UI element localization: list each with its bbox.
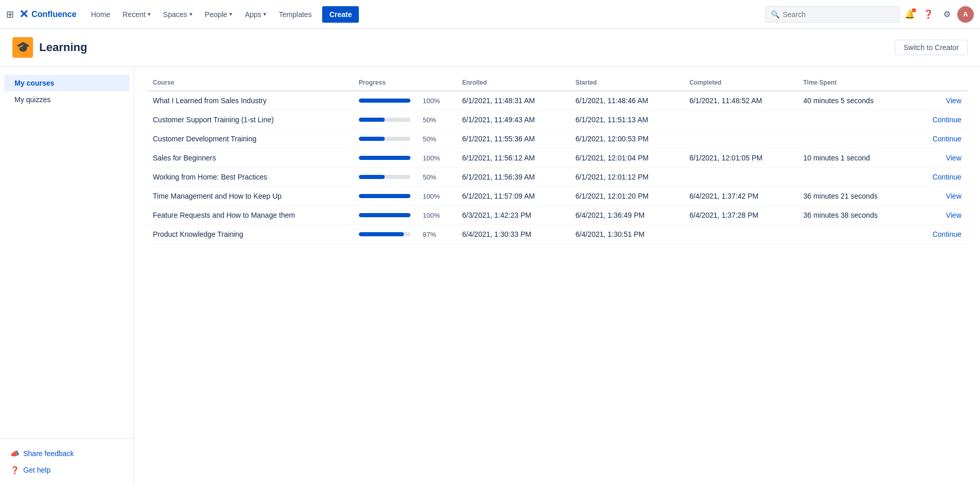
nav-people[interactable]: People ▾ <box>199 0 239 29</box>
continue-link[interactable]: Continue <box>932 230 961 238</box>
cell-progress-pct: 50% <box>417 110 456 129</box>
cell-progress-bar <box>353 187 417 206</box>
table-row: Working from Home: Best Practices50%6/1/… <box>147 168 968 187</box>
page-header-left: 🎓 Learning <box>12 37 87 58</box>
sidebar-nav: My courses My quizzes <box>0 75 134 439</box>
cell-enrolled: 6/1/2021, 11:55:36 AM <box>456 129 570 149</box>
cell-progress-pct: 100% <box>417 91 456 110</box>
cell-started: 6/1/2021, 12:01:12 PM <box>570 168 684 187</box>
logo-text: Confluence <box>31 10 76 19</box>
notifications-button[interactable]: 🔔 <box>902 6 918 23</box>
cell-enrolled: 6/1/2021, 11:49:43 AM <box>456 110 570 129</box>
cell-course: Feature Requests and How to Manage them <box>147 206 353 225</box>
logo[interactable]: ✕ Confluence <box>19 8 76 21</box>
cell-progress-bar <box>353 206 417 225</box>
table-row: Sales for Beginners100%6/1/2021, 11:56:1… <box>147 149 968 168</box>
question-circle-icon: ❓ <box>10 466 19 474</box>
continue-link[interactable]: Continue <box>932 135 961 143</box>
cell-started: 6/4/2021, 1:36:49 PM <box>570 206 684 225</box>
main-content: Course Progress Enrolled Started Complet… <box>134 67 980 486</box>
cell-progress-bar <box>353 129 417 149</box>
cell-action[interactable]: Continue <box>912 168 968 187</box>
spaces-chevron-icon: ▾ <box>189 11 193 18</box>
cell-started: 6/1/2021, 11:51:13 AM <box>570 110 684 129</box>
topnav: ⊞ ✕ Confluence Home Recent ▾ Spaces ▾ Pe… <box>0 0 980 29</box>
table-row: Time Management and How to Keep Up100%6/… <box>147 187 968 206</box>
cell-action[interactable]: View <box>912 149 968 168</box>
cell-time-spent <box>797 129 913 149</box>
cell-started: 6/1/2021, 11:48:46 AM <box>570 91 684 110</box>
col-completed: Completed <box>683 75 797 91</box>
share-feedback-link[interactable]: 📣 Share feedback <box>0 445 134 462</box>
cell-course: Product Knowledge Training <box>147 225 353 244</box>
cell-started: 6/1/2021, 12:01:20 PM <box>570 187 684 206</box>
continue-link[interactable]: Continue <box>932 173 961 181</box>
search-bar[interactable]: 🔍 <box>765 6 899 23</box>
view-link[interactable]: View <box>946 192 961 200</box>
view-link[interactable]: View <box>946 211 961 219</box>
cell-progress-bar <box>353 91 417 110</box>
cell-action[interactable]: Continue <box>912 225 968 244</box>
cell-progress-pct: 100% <box>417 206 456 225</box>
recent-chevron-icon: ▾ <box>148 11 151 18</box>
cell-enrolled: 6/1/2021, 11:57:09 AM <box>456 187 570 206</box>
learning-icon: 🎓 <box>12 37 33 58</box>
cell-action[interactable]: View <box>912 187 968 206</box>
table-header: Course Progress Enrolled Started Complet… <box>147 75 968 91</box>
cell-started: 6/4/2021, 1:30:51 PM <box>570 225 684 244</box>
cell-course: Working from Home: Best Practices <box>147 168 353 187</box>
sidebar-item-my-courses[interactable]: My courses <box>4 75 130 91</box>
settings-button[interactable]: ⚙ <box>939 6 955 23</box>
cell-time-spent: 10 minutes 1 second <box>797 149 913 168</box>
nav-recent[interactable]: Recent ▾ <box>116 0 156 29</box>
nav-home[interactable]: Home <box>85 0 116 29</box>
courses-table: Course Progress Enrolled Started Complet… <box>147 75 968 244</box>
cell-progress-pct: 50% <box>417 168 456 187</box>
cell-time-spent <box>797 168 913 187</box>
courses-tbody: What I Learned from Sales Industry100%6/… <box>147 91 968 244</box>
cell-action[interactable]: Continue <box>912 110 968 129</box>
page-title: Learning <box>39 41 87 54</box>
table-row: Product Knowledge Training87%6/4/2021, 1… <box>147 225 968 244</box>
col-course: Course <box>147 75 353 91</box>
cell-progress-bar <box>353 149 417 168</box>
help-button[interactable]: ❓ <box>920 6 937 23</box>
cell-completed <box>683 129 797 149</box>
page-header: 🎓 Learning Switch to Creator <box>0 29 980 67</box>
cell-started: 6/1/2021, 12:00:53 PM <box>570 129 684 149</box>
cell-action[interactable]: View <box>912 206 968 225</box>
notification-dot <box>912 8 916 12</box>
view-link[interactable]: View <box>946 96 961 105</box>
nav-spaces[interactable]: Spaces ▾ <box>157 0 199 29</box>
cell-time-spent: 40 minutes 5 seconds <box>797 91 913 110</box>
search-input[interactable] <box>783 10 894 19</box>
get-help-link[interactable]: ❓ Get help <box>0 462 134 478</box>
switch-to-creator-button[interactable]: Switch to Creator <box>895 40 968 55</box>
nav-templates[interactable]: Templates <box>273 0 318 29</box>
cell-enrolled: 6/1/2021, 11:56:39 AM <box>456 168 570 187</box>
nav-apps[interactable]: Apps ▾ <box>239 0 273 29</box>
cell-course: Sales for Beginners <box>147 149 353 168</box>
cell-completed: 6/4/2021, 1:37:42 PM <box>683 187 797 206</box>
cell-completed <box>683 168 797 187</box>
people-chevron-icon: ▾ <box>229 11 232 18</box>
avatar[interactable]: A <box>957 6 974 23</box>
cell-action[interactable]: Continue <box>912 129 968 149</box>
cell-progress-pct: 100% <box>417 149 456 168</box>
cell-course: What I Learned from Sales Industry <box>147 91 353 110</box>
cell-enrolled: 6/1/2021, 11:56:12 AM <box>456 149 570 168</box>
cell-progress-pct: 100% <box>417 187 456 206</box>
grid-icon[interactable]: ⊞ <box>6 9 14 20</box>
search-icon: 🔍 <box>771 10 780 19</box>
continue-link[interactable]: Continue <box>932 116 961 124</box>
cell-completed <box>683 110 797 129</box>
cell-progress-bar <box>353 225 417 244</box>
table-row: Customer Support Training (1-st Line)50%… <box>147 110 968 129</box>
cell-progress-bar <box>353 168 417 187</box>
confluence-logo-icon: ✕ <box>19 8 28 21</box>
create-button[interactable]: Create <box>322 6 359 23</box>
sidebar-item-my-quizzes[interactable]: My quizzes <box>4 91 130 108</box>
col-enrolled: Enrolled <box>456 75 570 91</box>
cell-action[interactable]: View <box>912 91 968 110</box>
view-link[interactable]: View <box>946 154 961 162</box>
